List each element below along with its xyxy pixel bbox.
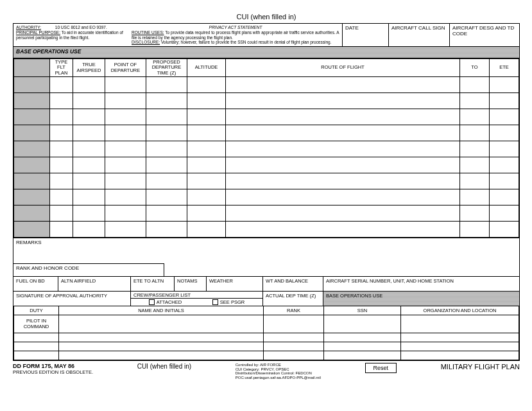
footer-cui: CUI (when filled in) — [137, 363, 191, 370]
ctrl3: Distribution/Dissemination Control: FEDC… — [236, 371, 321, 376]
altn-field[interactable]: ALTN AIRFIELD — [58, 277, 131, 291]
authority-label: AUTHORITY: — [16, 25, 41, 30]
fuel-field[interactable]: FUEL ON BD — [13, 277, 58, 291]
callsign-field[interactable]: AIRCRAFT CALL SIGN — [389, 24, 450, 46]
remarks-field[interactable]: REMARKS — [13, 238, 519, 263]
weather-field[interactable]: WEATHER — [207, 277, 263, 291]
col-airspeed: TRUE AIRSPEED — [73, 59, 105, 77]
flight-table: TYPE FLT PLAN TRUE AIRSPEED POINT OF DEP… — [13, 58, 519, 238]
col-type-flt: TYPE FLT PLAN — [50, 59, 73, 77]
ctrl1: Controlled by: AIR FORCE — [236, 363, 321, 367]
signature-field[interactable]: SIGNATURE OF APPROVAL AUTHORITY — [13, 292, 131, 306]
routine-label: ROUTINE USES: — [132, 30, 164, 35]
form-title: MILITARY FLIGHT PLAN — [441, 363, 520, 371]
checkbox-icon — [212, 299, 218, 305]
flight-header-row: TYPE FLT PLAN TRUE AIRSPEED POINT OF DEP… — [14, 59, 519, 77]
row-b: SIGNATURE OF APPROVAL AUTHORITY CREW/PAS… — [13, 291, 519, 306]
pic-label: PILOT IN COMMAND — [14, 315, 59, 333]
row-a: FUEL ON BD ALTN AIRFIELD ETE TO ALTN NOT… — [13, 276, 519, 291]
footer-left: DD FORM 175, MAY 86 PREVIOUS EDITION IS … — [13, 363, 93, 375]
privacy-left: AUTHORITY: 10 USC 8012 and EO 9397. PRIN… — [16, 25, 132, 45]
header-row: AUTHORITY: 10 USC 8012 and EO 9397. PRIN… — [13, 24, 519, 47]
disclosure-text: Voluntary; however, failure to provide t… — [161, 40, 332, 44]
col-to: TO — [460, 59, 490, 77]
col-altitude: ALTITUDE — [187, 59, 226, 77]
crew-row[interactable] — [14, 351, 519, 360]
notams-field[interactable]: NOTAMS — [175, 277, 207, 291]
authority-text: 10 USC 8012 and EO 9397. — [55, 25, 107, 30]
desg-field[interactable]: AIRCRAFT DESG AND TD CODE — [450, 24, 519, 46]
obsolete-note: PREVIOUS EDITION IS OBSOLETE. — [13, 369, 93, 375]
flight-row[interactable] — [14, 221, 519, 237]
form-id: DD FORM 175, MAY 86 — [13, 363, 93, 369]
flight-row[interactable] — [14, 205, 519, 221]
seepsgr-label: SEE PSGR — [220, 299, 245, 305]
attached-label: ATTACHED — [157, 299, 182, 305]
crew-passenger-block: CREW/PASSENGER LIST ATTACHED SEE PSGR — [131, 292, 263, 306]
flight-row[interactable] — [14, 76, 519, 92]
base-ops-bar: BASE OPERATIONS USE — [13, 47, 519, 58]
date-field[interactable]: DATE — [343, 24, 389, 46]
seepsgr-checkbox[interactable]: SEE PSGR — [212, 299, 245, 305]
col-blank — [14, 59, 50, 77]
wtbal-field[interactable]: WT AND BALANCE — [263, 277, 323, 291]
crew-header-row: DUTY NAME AND INITIALS RANK SSN ORGANIZA… — [14, 306, 519, 315]
flight-row[interactable] — [14, 92, 519, 109]
rank-honor-field[interactable]: RANK AND HONOR CODE — [13, 263, 164, 276]
disclosure-label: DISCLOSURE: — [132, 40, 160, 44]
reset-wrap: Reset — [365, 363, 397, 373]
form-container: CUI (when filled in) AUTHORITY: 10 USC 8… — [13, 13, 520, 380]
serial-field[interactable]: AIRCRAFT SERIAL NUMBER, UNIT, AND HOME S… — [323, 277, 519, 291]
form-body: AUTHORITY: 10 USC 8012 and EO 9397. PRIN… — [13, 23, 520, 361]
crew-row[interactable] — [14, 333, 519, 342]
attached-checkbox[interactable]: ATTACHED — [149, 299, 182, 305]
flight-row[interactable] — [14, 125, 519, 141]
col-name: NAME AND INITIALS — [59, 306, 264, 315]
privacy-right: PRIVACY ACT STATEMENT ROUTINE USES: To p… — [132, 25, 339, 45]
flight-row[interactable] — [14, 109, 519, 125]
ctrl2: CUI Category: PRVCY, OPSEC — [236, 367, 321, 372]
crew-row[interactable]: PILOT IN COMMAND — [14, 315, 519, 333]
crew-list-label: CREW/PASSENGER LIST — [131, 292, 262, 299]
footer: DD FORM 175, MAY 86 PREVIOUS EDITION IS … — [13, 363, 520, 380]
flight-row[interactable] — [14, 173, 519, 189]
crew-table: DUTY NAME AND INITIALS RANK SSN ORGANIZA… — [13, 306, 519, 360]
col-point-dep: POINT OF DEPARTURE — [105, 59, 146, 77]
checkbox-icon — [149, 299, 155, 305]
flight-row[interactable] — [14, 157, 519, 173]
flight-row[interactable] — [14, 141, 519, 157]
rank-honor-row: RANK AND HONOR CODE — [13, 263, 519, 276]
title-top: CUI (when filled in) — [13, 13, 520, 21]
principal-label: PRINCIPAL PURPOSE: — [16, 30, 60, 35]
col-ete: ETE — [490, 59, 519, 77]
col-prop-dep: PROPOSED DEPARTURE TIME (Z) — [146, 59, 187, 77]
ete-altn-field[interactable]: ETE TO ALTN — [131, 277, 175, 291]
crew-row[interactable] — [14, 342, 519, 351]
footer-control: Controlled by: AIR FORCE CUI Category: P… — [236, 363, 321, 380]
col-ssn: SSN — [324, 306, 401, 315]
flight-row[interactable] — [14, 189, 519, 205]
privacy-heading: PRIVACY ACT STATEMENT — [132, 25, 339, 30]
actual-dep-field[interactable]: ACTUAL DEP TIME (Z) — [263, 292, 323, 306]
privacy-block: AUTHORITY: 10 USC 8012 and EO 9397. PRIN… — [13, 24, 343, 46]
ctrl4: POC:usaf.pentagon.saf-aa.AFDPO-PPL@mail.… — [236, 376, 321, 380]
col-duty: DUTY — [14, 306, 59, 315]
base-ops-field: BASE OPERATIONS USE — [323, 292, 519, 306]
col-route: ROUTE OF FLIGHT — [226, 59, 460, 77]
col-rank: RANK — [264, 306, 324, 315]
reset-button[interactable]: Reset — [365, 363, 397, 373]
col-org: ORGANIZATION AND LOCATION — [401, 306, 519, 315]
